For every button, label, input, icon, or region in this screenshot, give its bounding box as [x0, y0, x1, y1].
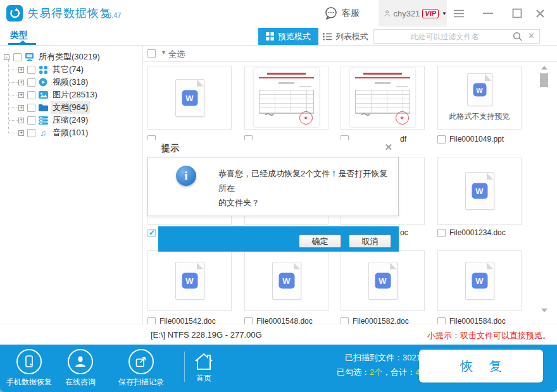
select-all-row: ▼ 全选: [143, 46, 557, 62]
export-icon: [135, 355, 147, 368]
word-file-icon: W: [465, 172, 494, 210]
cancel-button[interactable]: 取消: [349, 235, 391, 248]
tab-active-indicator: [8, 43, 36, 45]
file-checkbox-checked[interactable]: ✓: [147, 229, 156, 237]
red-stamp-icon: ★: [299, 111, 313, 125]
search-icon[interactable]: [513, 32, 523, 42]
file-name: File0001542.doc: [160, 317, 216, 324]
phone-recovery-button[interactable]: 手机数据恢复: [6, 349, 52, 388]
chat-bubble-icon: [324, 6, 338, 20]
home-button[interactable]: 首页: [193, 352, 215, 384]
dialog-close-icon[interactable]: ✕: [384, 142, 392, 153]
file-tile[interactable]: W: [147, 250, 232, 311]
file-tile[interactable]: W: [147, 66, 232, 130]
expand-expander[interactable]: +: [18, 67, 24, 73]
file-tile[interactable]: 〜 ★: [341, 66, 425, 130]
checkbox[interactable]: [13, 53, 22, 61]
menu-button[interactable]: [451, 6, 467, 20]
select-all-checkbox[interactable]: [147, 49, 156, 58]
file-tile[interactable]: W 此格式不支持预览: [437, 66, 522, 130]
select-all-label[interactable]: 全选: [168, 49, 185, 60]
close-button[interactable]: [532, 6, 548, 20]
expand-expander[interactable]: +: [18, 92, 24, 98]
file-name-row: File0001584.doc: [437, 316, 506, 324]
dialog-title: 提示: [161, 143, 179, 154]
file-checkbox[interactable]: [244, 317, 253, 324]
checkbox[interactable]: [27, 116, 35, 125]
info-icon: i: [176, 166, 196, 186]
tree-item-label: 压缩(249): [51, 114, 90, 126]
tree-item-image[interactable]: + 图片(28513): [0, 89, 143, 101]
vip-badge: VIP: [422, 9, 439, 18]
tree-item-label: 文档(964): [51, 101, 90, 114]
caret-down-icon[interactable]: ▼: [442, 11, 447, 16]
unsupported-preview-label: 此格式不支持预览: [449, 111, 510, 122]
list-mode-button[interactable]: 列表模式: [315, 28, 376, 45]
tree-item-all-types[interactable]: - 所有类型(30219): [0, 51, 143, 63]
online-consult-button[interactable]: 在线咨询: [65, 349, 96, 388]
toolbar: 类型 预览模式 列表模式 ✕: [0, 27, 557, 46]
file-name: File0001582.doc: [353, 317, 409, 324]
minimize-button[interactable]: [480, 6, 496, 20]
file-tile[interactable]: W: [244, 250, 329, 311]
tree-item-archive[interactable]: + 压缩(249): [0, 114, 143, 126]
tree-item-video[interactable]: + 视频(318): [0, 76, 143, 89]
save-scan-record-button[interactable]: 保存扫描记录: [118, 349, 164, 388]
file-name: oc: [400, 228, 408, 237]
username: chy321: [393, 9, 420, 18]
person-icon: [73, 355, 87, 369]
file-checkbox[interactable]: [437, 317, 446, 324]
file-tile[interactable]: W: [437, 250, 522, 311]
file-tile[interactable]: 〜 ★: [244, 66, 329, 130]
support-label: 客服: [342, 8, 360, 19]
file-tile[interactable]: W: [437, 157, 522, 225]
checkbox[interactable]: [27, 78, 35, 87]
file-checkbox[interactable]: [437, 229, 446, 237]
search-input[interactable]: [377, 30, 513, 43]
select-all-dropdown-icon[interactable]: ▼: [161, 49, 166, 56]
computer-icon: [24, 52, 34, 61]
file-checkbox[interactable]: [147, 317, 156, 324]
checkbox[interactable]: [27, 104, 35, 112]
red-stamp-icon: ★: [396, 111, 409, 125]
checkbox[interactable]: [27, 129, 35, 137]
preview-mode-button[interactable]: 预览模式: [258, 28, 318, 45]
word-file-icon: W: [175, 79, 204, 117]
scrollbar-thumb[interactable]: [540, 73, 548, 87]
file-name: File0001584.doc: [449, 317, 506, 324]
app-title: 失易得数据恢复: [27, 6, 111, 21]
expand-expander[interactable]: +: [18, 80, 24, 85]
tree-item-other[interactable]: + 其它(74): [0, 63, 143, 76]
support-button[interactable]: 客服: [324, 6, 360, 21]
app-window: 失易得数据恢复 6.47 客服 chy321 VIP ▼ 类型 预: [0, 0, 557, 392]
file-checkbox[interactable]: [437, 135, 446, 144]
file-name-row: ✓: [147, 228, 156, 238]
expand-expander[interactable]: +: [18, 118, 24, 123]
file-checkbox[interactable]: [341, 317, 349, 324]
home-label: 首页: [196, 373, 211, 384]
recover-button[interactable]: 恢 复: [419, 350, 543, 383]
expand-expander[interactable]: +: [18, 105, 24, 111]
image-icon: [38, 90, 48, 99]
music-note-icon: ♫: [38, 128, 48, 137]
tree-item-audio[interactable]: + ♫ 音频(101): [0, 126, 143, 139]
checkbox[interactable]: [27, 66, 35, 74]
expand-expander[interactable]: +: [18, 130, 24, 136]
dialog-title-bar: 提示 ✕: [147, 140, 399, 157]
tab-type[interactable]: 类型: [10, 30, 28, 41]
maximize-icon: [512, 8, 522, 18]
file-tile[interactable]: W: [341, 250, 425, 311]
tree-item-label: 其它(74): [51, 63, 85, 76]
checkbox[interactable]: [27, 91, 35, 99]
file-name-row: File0001049.ppt: [437, 134, 504, 144]
scrollbar-down-icon[interactable]: [541, 309, 548, 312]
search-clear-icon[interactable]: ✕: [528, 31, 535, 40]
user-account-button[interactable]: chy321 VIP ▼: [379, 0, 447, 27]
scrollbar-up-icon[interactable]: [541, 66, 548, 70]
ok-button[interactable]: 确定: [299, 235, 341, 248]
tree-item-label: 音频(101): [51, 126, 90, 139]
maximize-button[interactable]: [509, 6, 525, 20]
word-file-icon: W: [175, 262, 204, 300]
close-icon: [535, 9, 545, 18]
tree-item-document[interactable]: + 文档(964): [0, 101, 143, 114]
